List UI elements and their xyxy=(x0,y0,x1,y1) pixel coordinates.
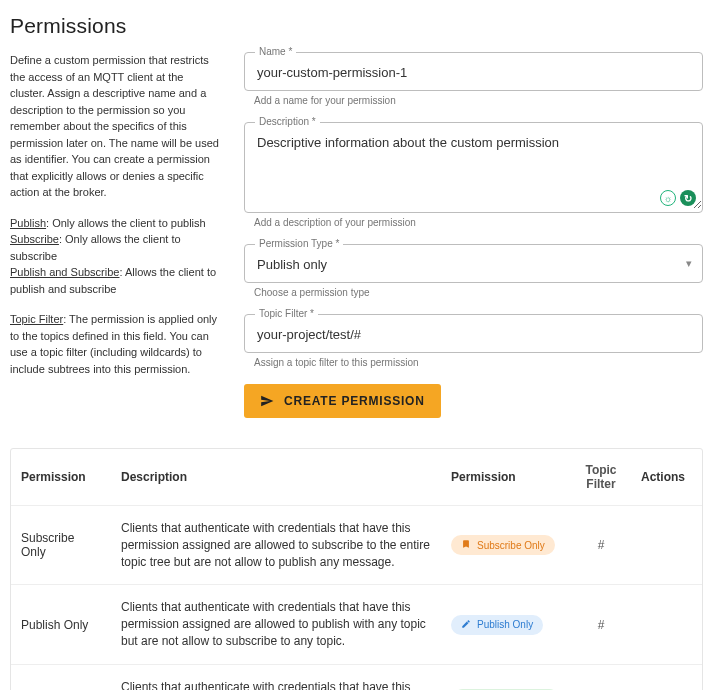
name-label: Name * xyxy=(255,46,296,57)
name-field-wrap: Name * xyxy=(244,52,703,91)
col-actions: Actions xyxy=(631,456,691,498)
row-badge-cell: Publish Only xyxy=(441,601,571,649)
description-hint: Add a description of your permission xyxy=(254,217,703,228)
row-permission-name: Subscribe Only xyxy=(11,517,111,573)
badge-label: Subscribe Only xyxy=(477,540,545,551)
chevron-down-icon: ▾ xyxy=(686,257,702,270)
help-intro: Define a custom permission that restrict… xyxy=(10,52,220,201)
help-subscribe-label: Subscribe xyxy=(10,233,59,245)
badge-label: Publish Only xyxy=(477,619,533,630)
col-permission: Permission xyxy=(11,456,111,498)
help-both-label: Publish and Subscribe xyxy=(10,266,119,278)
send-icon xyxy=(260,394,274,408)
help-panel: Define a custom permission that restrict… xyxy=(10,52,220,418)
row-topic-filter: # xyxy=(571,524,631,566)
description-textarea[interactable]: Descriptive information about the custom… xyxy=(245,123,702,209)
permission-badge: Subscribe Only xyxy=(451,535,555,555)
topic-filter-label: Topic Filter * xyxy=(255,308,318,319)
row-description: Clients that authenticate with credentia… xyxy=(111,585,441,663)
topic-filter-input[interactable] xyxy=(245,315,702,352)
row-badge-cell: Subscribe Only xyxy=(441,521,571,569)
grammarly-bulb-icon[interactable]: ☼ xyxy=(660,190,676,206)
row-description: Clients that authenticate with credentia… xyxy=(111,665,441,690)
permissions-table: Permission Description Permission Topic … xyxy=(10,448,703,690)
row-topic-filter: # xyxy=(571,683,631,690)
description-label: Description * xyxy=(255,116,320,127)
permission-form: Name * Add a name for your permission De… xyxy=(244,52,703,418)
col-description: Description xyxy=(111,455,441,500)
grammarly-widget: ☼ ↻ xyxy=(660,190,696,206)
topic-filter-field-wrap: Topic Filter * xyxy=(244,314,703,353)
table-row: Publish and SubscribeClients that authen… xyxy=(11,664,702,690)
col-topic-filter: Topic Filter xyxy=(571,449,631,505)
table-row: Publish OnlyClients that authenticate wi… xyxy=(11,584,702,663)
permission-type-select[interactable]: Permission Type * Publish only ▾ xyxy=(244,244,703,283)
help-publish-label: Publish xyxy=(10,217,46,229)
create-permission-button[interactable]: CREATE PERMISSION xyxy=(244,384,441,418)
permission-type-label: Permission Type * xyxy=(255,238,343,249)
row-actions xyxy=(631,531,691,559)
table-row: Subscribe OnlyClients that authenticate … xyxy=(11,505,702,584)
name-input[interactable] xyxy=(245,53,702,90)
help-topic-filter: Topic Filter: The permission is applied … xyxy=(10,311,220,377)
description-field-wrap: Description * Descriptive information ab… xyxy=(244,122,703,213)
create-permission-label: CREATE PERMISSION xyxy=(284,394,425,408)
badge-icon xyxy=(461,539,471,551)
help-publish-text: : Only allows the client to publish xyxy=(46,217,206,229)
permission-type-value: Publish only xyxy=(245,245,686,282)
row-permission-name: Publish Only xyxy=(11,604,111,646)
row-topic-filter: # xyxy=(571,604,631,646)
table-header-row: Permission Description Permission Topic … xyxy=(11,449,702,505)
row-badge-cell: Publish and Subscribe xyxy=(441,675,571,690)
col-permission-type: Permission xyxy=(441,456,571,498)
help-modes: Publish: Only allows the client to publi… xyxy=(10,215,220,298)
permission-badge: Publish Only xyxy=(451,615,543,635)
row-permission-name: Publish and Subscribe xyxy=(11,676,111,690)
page-title: Permissions xyxy=(10,14,703,38)
row-actions xyxy=(631,611,691,639)
grammarly-arrow-icon[interactable]: ↻ xyxy=(680,190,696,206)
row-description: Clients that authenticate with credentia… xyxy=(111,506,441,584)
name-hint: Add a name for your permission xyxy=(254,95,703,106)
permission-type-hint: Choose a permission type xyxy=(254,287,703,298)
topic-filter-hint: Assign a topic filter to this permission xyxy=(254,357,703,368)
help-filter-label: Topic Filter xyxy=(10,313,63,325)
badge-icon xyxy=(461,619,471,631)
